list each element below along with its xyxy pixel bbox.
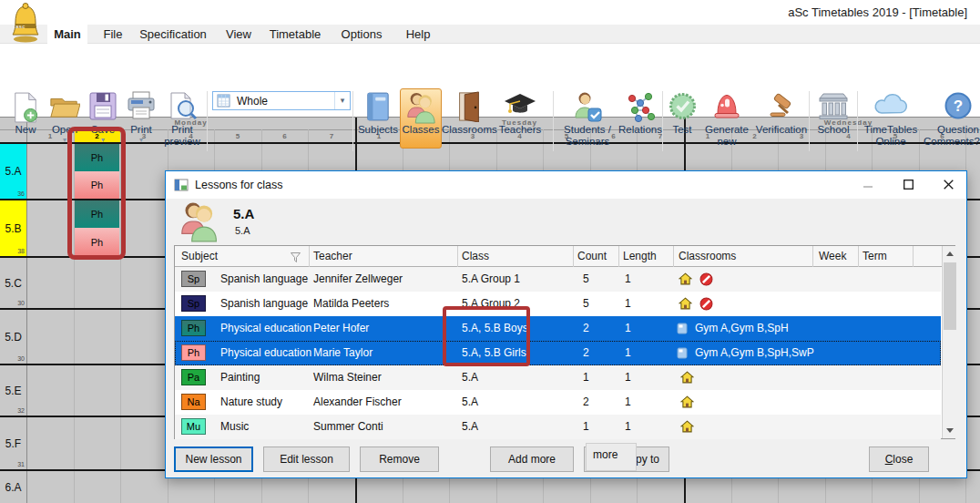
table-grid-icon	[217, 94, 230, 110]
test-button[interactable]: Test	[665, 89, 699, 157]
classrooms-button[interactable]: Classrooms	[442, 89, 496, 157]
length-cell: 1	[625, 292, 631, 316]
combo-dropdown-icon[interactable]: ▾	[334, 92, 350, 109]
lesson-row-nature-study[interactable]: Na Nature study Alexander Fischer 5.A 2 …	[175, 390, 941, 415]
column-header-length[interactable]: Length	[623, 250, 657, 262]
new-document-icon	[5, 89, 46, 124]
classrooms-cell: Gym A,Gym B,SpH	[695, 316, 789, 341]
lesson-row-phys-ed-girls[interactable]: Ph Physical education Marie Taylor 5.A, …	[175, 341, 941, 365]
window-title: aSc Timetables 2019 - [Timetable]	[788, 5, 967, 19]
column-header-class[interactable]: Class	[462, 250, 489, 262]
length-cell: 1	[625, 365, 631, 390]
menu-item-file[interactable]: File	[93, 25, 133, 44]
menu-item-options[interactable]: Options	[334, 25, 389, 44]
filter-funnel-icon[interactable]	[290, 251, 301, 267]
view-selector[interactable]: Whole ▾	[212, 91, 351, 110]
school-button[interactable]: School	[811, 89, 856, 157]
menu-item-timetable[interactable]: Timetable	[261, 25, 329, 44]
class-row-label-5b[interactable]: 5.B 38	[0, 200, 26, 256]
new-button[interactable]: New	[5, 89, 46, 157]
table-scrollbar[interactable]	[942, 246, 956, 438]
column-header-subject[interactable]: Subject	[181, 250, 218, 262]
dropdown-arrow-icon: ▾	[122, 136, 160, 144]
generate-new-button[interactable]: Generate new	[699, 89, 754, 157]
scroll-down-icon[interactable]	[946, 428, 954, 433]
subject-cell: Music	[220, 415, 249, 439]
add-more-button[interactable]: Add more	[490, 447, 574, 472]
new-lesson-button[interactable]: New lesson	[174, 447, 253, 472]
toolbar-separator	[662, 91, 663, 151]
question-comments-button[interactable]: ? Question Comments? W	[923, 89, 980, 157]
toolbar-separator	[553, 91, 554, 151]
period-cell: 6	[261, 130, 308, 142]
print-preview-icon	[161, 89, 203, 124]
maximize-button[interactable]	[888, 171, 928, 198]
column-header-week[interactable]: Week	[819, 250, 846, 262]
subject-cell: Spanish language	[220, 292, 308, 316]
menu-item-view[interactable]: View	[219, 25, 259, 44]
subject-cell: Physical education	[220, 341, 311, 365]
scrollbar-thumb[interactable]	[944, 262, 956, 330]
subjects-button[interactable]: Subjects	[356, 89, 400, 157]
close-dialog-button[interactable]: Close	[869, 447, 929, 472]
teacher-cell: Summer Conti	[313, 415, 383, 439]
home-classroom-icon	[680, 395, 694, 411]
copy-to-button[interactable]: Copy to more	[584, 447, 669, 472]
scroll-up-icon[interactable]	[946, 252, 954, 256]
dialog-titlebar[interactable]: Lessons for class	[166, 171, 966, 199]
class-row-label-6a[interactable]: 6.A	[0, 471, 26, 503]
classes-button[interactable]: Classes	[400, 89, 442, 157]
door-icon	[442, 89, 496, 124]
column-header-count[interactable]: Count	[577, 250, 607, 262]
lessons-for-class-dialog: Lessons for class 5.A 5.A Subject Teache…	[165, 170, 967, 478]
column-header-teacher[interactable]: Teacher	[313, 250, 352, 262]
student-check-icon	[556, 89, 618, 124]
teachers-button[interactable]: Teachers	[496, 89, 544, 157]
lesson-row-spanish-group1[interactable]: Sp Spanish language Jennifer Zellweger 5…	[175, 267, 941, 292]
menu-item-help[interactable]: Help	[398, 25, 438, 44]
print-button[interactable]: Print ▾	[122, 89, 160, 157]
room-icon	[677, 323, 688, 337]
class-row-label-5e[interactable]: 5.E 32	[0, 365, 26, 416]
lesson-row-painting[interactable]: Pa Painting Wilma Steiner 5.A 1 1	[175, 365, 941, 390]
class-row-label-5d[interactable]: 5.D 30	[0, 310, 26, 364]
length-cell: 1	[625, 390, 631, 415]
students-seminars-button[interactable]: Students / Seminars	[556, 89, 618, 157]
relations-button[interactable]: Relations	[618, 89, 662, 157]
window-titlebar: aSc Timetables 2019 - [Timetable]	[0, 0, 980, 25]
count-cell: 2	[583, 316, 589, 341]
open-folder-icon	[46, 89, 84, 124]
lesson-row-spanish-group2[interactable]: Sp Spanish language Matilda Peeters 5.A …	[175, 292, 941, 316]
dialog-window-icon	[174, 178, 189, 196]
close-icon[interactable]	[928, 171, 968, 198]
verification-button[interactable]: Verification	[754, 89, 809, 157]
timetables-online-button[interactable]: TimeTables Online	[860, 89, 922, 157]
toolbar-label: Generate new	[699, 124, 754, 148]
asc-bell-logo-icon[interactable]	[7, 2, 44, 47]
menu-item-specification[interactable]: Specification	[135, 25, 211, 44]
period-cell: 5	[214, 130, 261, 142]
minimize-button[interactable]	[848, 171, 888, 198]
class-lesson-total: 30	[17, 355, 25, 362]
edit-lesson-button[interactable]: Edit lesson	[263, 447, 350, 472]
remove-button[interactable]: Remove	[360, 447, 439, 472]
toolbar-label: Classrooms	[442, 124, 496, 136]
class-name: 6.A	[5, 481, 21, 494]
class-name: 5.F	[5, 437, 21, 450]
class-row-label-5f[interactable]: 5.F 31	[0, 417, 26, 469]
lesson-row-music[interactable]: Mu Music Summer Conti 5.A 1 1	[175, 415, 941, 439]
main-toolbar: New Open ▾ Save ▾ Print ▾	[0, 44, 980, 117]
close-button-label: Close	[870, 447, 928, 471]
menu-item-main[interactable]: Main	[47, 25, 87, 44]
school-building-icon	[811, 89, 856, 124]
column-header-term[interactable]: Term	[863, 250, 887, 262]
lessons-table: Subject Teacher Class Count Length Class…	[174, 245, 955, 439]
annotation-rect-class-values	[443, 306, 530, 366]
length-cell: 1	[625, 267, 631, 292]
class-lesson-total: 30	[17, 300, 25, 306]
column-header-classrooms[interactable]: Classrooms	[679, 250, 736, 262]
print-preview-button[interactable]: Print preview	[161, 89, 203, 157]
class-row-label-5c[interactable]: 5.C 30	[0, 258, 26, 308]
lesson-row-phys-ed-boys[interactable]: Ph Physical education Peter Hofer 5.A, 5…	[175, 316, 941, 341]
class-name: 5.A	[5, 165, 21, 178]
